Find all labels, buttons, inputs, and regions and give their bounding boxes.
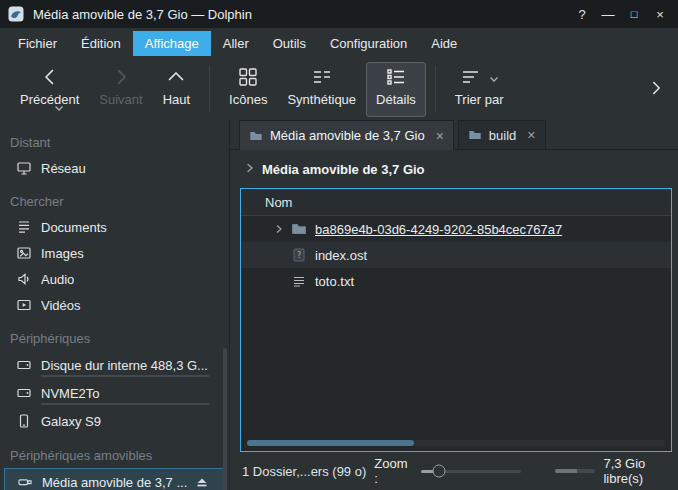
sidebar-item-images[interactable]: Images	[4, 240, 225, 266]
menu-configuration[interactable]: Configuration	[318, 31, 419, 56]
capacity-bar	[41, 375, 209, 377]
documents-icon	[16, 219, 32, 235]
sidebar-item-label: NVME2To	[41, 386, 100, 401]
sort-by-button[interactable]: Trier par	[445, 62, 514, 117]
menu-edition[interactable]: Édition	[69, 31, 133, 56]
places-section-chercher: Chercher	[10, 193, 229, 211]
menu-fichier[interactable]: Fichier	[6, 31, 69, 56]
file-name: toto.txt	[315, 274, 354, 289]
sidebar-scrollbar-thumb[interactable]	[223, 348, 227, 490]
menu-aide[interactable]: Aide	[419, 31, 469, 56]
sidebar-item-label: Documents	[41, 220, 107, 235]
sidebar-item-label: Vidéos	[41, 298, 81, 313]
back-button[interactable]: Précédent	[10, 62, 89, 117]
svg-text:?: ?	[297, 251, 301, 260]
horizontal-scrollbar[interactable]	[247, 440, 665, 446]
file-view: Nom ba869e4b-03d6-4249-9202-85b4cec767a7	[240, 188, 672, 452]
caret-down-icon	[489, 71, 499, 86]
sidebar-item-label: Audio	[41, 272, 74, 287]
sidebar-item-nvme2to[interactable]: NVME2To	[4, 379, 225, 407]
toolbar-separator	[209, 66, 210, 112]
places-panel: Distant Réseau Chercher Documents	[0, 120, 230, 490]
toolbar-overflow-button[interactable]	[646, 78, 668, 101]
sidebar-item-label: Galaxy S9	[41, 414, 101, 429]
sidebar-item-media-amovible[interactable]: Média amovible de 3,7 ...	[4, 468, 225, 490]
capacity-bar	[41, 403, 209, 405]
compact-view-button[interactable]: Synthétique	[277, 62, 366, 117]
phone-icon	[16, 413, 32, 429]
folder-icon	[249, 129, 263, 143]
forward-label: Suivant	[99, 92, 142, 107]
details-view-label: Détails	[376, 92, 416, 107]
menu-outils[interactable]: Outils	[261, 31, 318, 56]
sort-by-label: Trier par	[455, 92, 504, 107]
icons-view-label: Icônes	[229, 92, 267, 107]
chevron-right-icon	[244, 162, 256, 177]
compact-view-label: Synthétique	[287, 92, 356, 107]
forward-button[interactable]: Suivant	[89, 62, 152, 117]
sidebar-item-galaxy-s9[interactable]: Galaxy S9	[4, 407, 225, 435]
file-row-index-ost[interactable]: ? index.ost	[241, 242, 671, 268]
maximize-button[interactable]: □	[624, 4, 644, 24]
main-toolbar: Précédent Suivant Haut	[0, 58, 678, 120]
tab-label: build	[489, 128, 516, 143]
tab-build[interactable]: build ×	[458, 120, 546, 149]
breadcrumb: Média amovible de 3,7 Gio	[230, 150, 678, 188]
tab-close-icon[interactable]: ×	[436, 128, 444, 144]
file-name: index.ost	[315, 248, 367, 263]
folder-icon	[291, 221, 307, 237]
network-icon	[16, 160, 32, 176]
up-button[interactable]: Haut	[153, 62, 200, 117]
eject-icon[interactable]	[194, 474, 210, 490]
sidebar-item-label: Média amovible de 3,7 ...	[42, 475, 187, 490]
dolphin-app-icon	[8, 6, 24, 22]
file-row-toto-txt[interactable]: toto.txt	[241, 268, 671, 294]
horizontal-scrollbar-thumb[interactable]	[247, 440, 414, 446]
minimize-button[interactable]: —	[598, 4, 618, 24]
videos-icon	[16, 297, 32, 313]
chevron-left-icon	[39, 66, 61, 91]
tab-close-icon[interactable]: ×	[527, 127, 535, 143]
sidebar-item-audio[interactable]: Audio	[4, 266, 225, 292]
harddisk-icon	[16, 385, 32, 401]
zoom-slider[interactable]	[421, 463, 521, 479]
status-summary: 1 Dossier,...ers (99 o)	[242, 464, 366, 479]
icons-view-icon	[237, 66, 259, 91]
menubar: Fichier Édition Affichage Aller Outils C…	[0, 28, 678, 58]
details-view-icon	[385, 66, 407, 91]
sidebar-item-reseau[interactable]: Réseau	[4, 155, 225, 181]
details-view-button[interactable]: Détails	[366, 62, 426, 117]
sort-icon	[460, 66, 482, 91]
status-bar: 1 Dossier,...ers (99 o) Zoom : 7,3 Gio l…	[230, 452, 678, 490]
free-space-bar	[555, 469, 596, 473]
free-space-fill	[555, 469, 577, 473]
text-file-icon	[291, 273, 307, 289]
zoom-label: Zoom :	[374, 456, 412, 486]
audio-icon	[16, 271, 32, 287]
sidebar-item-disque-interne[interactable]: Disque dur interne 488,3 G...	[4, 351, 225, 379]
images-icon	[16, 245, 32, 261]
tab-media-amovible[interactable]: Média amovible de 3,7 Gio ×	[239, 120, 454, 150]
free-space-label: 7,3 Gio libre(s)	[603, 456, 668, 486]
places-section-peripheriques: Périphériques	[10, 330, 229, 348]
menu-aller[interactable]: Aller	[211, 31, 261, 56]
back-label: Précédent	[20, 92, 79, 107]
help-button[interactable]: ?	[572, 4, 592, 24]
icons-view-button[interactable]: Icônes	[219, 62, 277, 117]
unknown-file-icon: ?	[291, 247, 307, 263]
sidebar-item-documents[interactable]: Documents	[4, 214, 225, 240]
window-title: Média amovible de 3,7 Gio — Dolphin	[33, 7, 252, 22]
breadcrumb-item[interactable]: Média amovible de 3,7 Gio	[262, 162, 425, 177]
zoom-slider-handle[interactable]	[432, 465, 445, 478]
sidebar-item-label: Images	[41, 246, 84, 261]
close-button[interactable]: ×	[650, 4, 670, 24]
places-section-amovibles: Périphériques amovibles	[10, 447, 229, 465]
column-header-nom[interactable]: Nom	[265, 195, 292, 210]
file-name: ba869e4b-03d6-4249-9202-85b4cec767a7	[315, 222, 562, 237]
column-header-row: Nom	[241, 189, 671, 216]
menu-affichage[interactable]: Affichage	[133, 31, 211, 56]
file-row-folder[interactable]: ba869e4b-03d6-4249-9202-85b4cec767a7	[241, 216, 671, 242]
titlebar: Média amovible de 3,7 Gio — Dolphin ? — …	[0, 0, 678, 28]
sidebar-item-videos[interactable]: Vidéos	[4, 292, 225, 318]
expander-icon[interactable]	[273, 223, 285, 235]
